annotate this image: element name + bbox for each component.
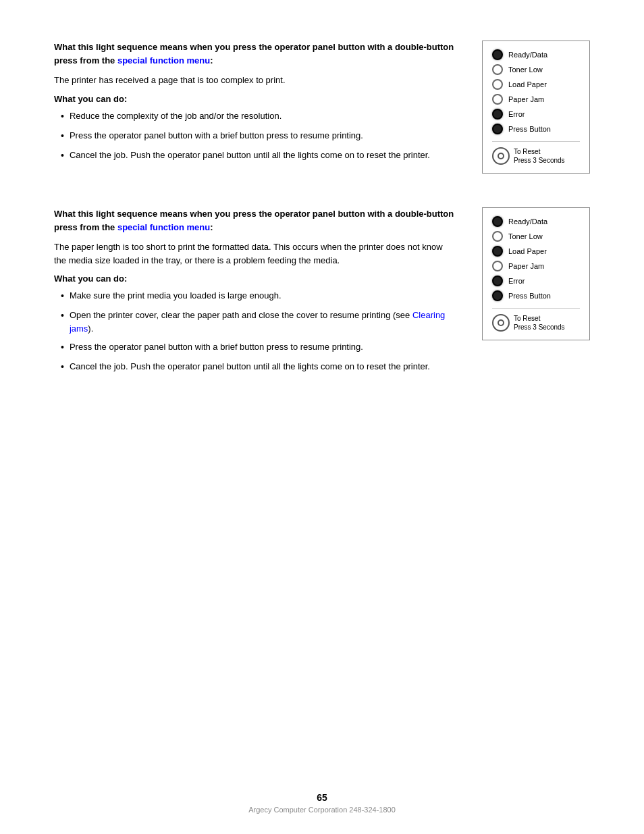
reset-circle-inner-2 [498, 319, 504, 326]
reset-circle-1 [492, 147, 510, 165]
ready-data-label-2: Ready/Data [508, 217, 547, 226]
indicator-row: Error [492, 276, 580, 286]
list-item: Cancel the job. Push the operator panel … [61, 360, 455, 374]
page-content: What this light sequence means when you … [0, 0, 644, 467]
list-item: Press the operator panel button with a b… [61, 129, 455, 143]
load-paper-label-1: Load Paper [508, 80, 547, 88]
load-paper-label-2: Load Paper [508, 247, 547, 255]
indicator-row: Press Button [492, 290, 580, 301]
section-2-body: The paper length is too short to print t… [54, 240, 455, 267]
reset-circle-2 [492, 314, 510, 332]
error-led-2 [492, 276, 503, 286]
paper-jam-label-1: Paper Jam [508, 95, 544, 103]
toner-low-label-2: Toner Low [508, 232, 543, 240]
reset-row-1: To Reset Press 3 Seconds [492, 141, 580, 165]
section-1-text: What this light sequence means when you … [54, 41, 455, 174]
error-label-1: Error [508, 110, 525, 118]
press-button-led-2 [492, 290, 503, 301]
section-1-panel: Ready/Data Toner Low Load Paper Paper Ja… [482, 41, 590, 174]
section-2-link[interactable]: special function menu [117, 222, 210, 232]
load-paper-led-2 [492, 246, 503, 257]
section-2-heading: What this light sequence means when you … [54, 207, 455, 234]
toner-low-led-2 [492, 231, 503, 242]
indicator-row: Toner Low [492, 231, 580, 242]
indicator-row: Ready/Data [492, 49, 580, 60]
ready-data-label-1: Ready/Data [508, 51, 547, 59]
list-item: Press the operator panel button with a b… [61, 340, 455, 355]
indicator-row: Ready/Data [492, 216, 580, 227]
paper-jam-label-2: Paper Jam [508, 262, 544, 270]
section-2-subheading: What you can do: [54, 273, 455, 284]
press-button-label-2: Press Button [508, 292, 551, 300]
reset-text-1: To Reset Press 3 Seconds [514, 147, 565, 165]
indicator-row: Paper Jam [492, 94, 580, 105]
ready-data-led-1 [492, 49, 503, 60]
indicator-panel-2: Ready/Data Toner Low Load Paper Paper Ja… [482, 207, 590, 340]
list-item: Open the printer cover, clear the paper … [61, 309, 455, 335]
page-number: 65 [317, 792, 327, 803]
indicator-panel-1: Ready/Data Toner Low Load Paper Paper Ja… [482, 41, 590, 174]
section-1-link[interactable]: special function menu [117, 55, 210, 66]
indicator-row: Press Button [492, 124, 580, 134]
section-2: What this light sequence means when you … [54, 207, 590, 380]
indicator-row: Load Paper [492, 246, 580, 257]
indicator-row: Toner Low [492, 64, 580, 75]
ready-data-led-2 [492, 216, 503, 227]
section-1-heading: What this light sequence means when you … [54, 41, 455, 67]
reset-text-2: To Reset Press 3 Seconds [514, 314, 565, 332]
section-1-subheading: What you can do: [54, 94, 455, 104]
reset-circle-inner-1 [498, 153, 504, 159]
load-paper-led-1 [492, 79, 503, 90]
list-item: Make sure the print media you loaded is … [61, 289, 455, 303]
footer-company: Argecy Computer Corporation 248-324-1800 [248, 806, 396, 814]
indicator-row: Error [492, 109, 580, 120]
section-1-body: The printer has received a page that is … [54, 74, 455, 87]
indicator-row: Paper Jam [492, 261, 580, 271]
toner-low-led-1 [492, 64, 503, 75]
reset-row-2: To Reset Press 3 Seconds [492, 308, 580, 332]
press-button-label-1: Press Button [508, 125, 551, 133]
toner-low-label-1: Toner Low [508, 66, 543, 74]
section-2-bullets: Make sure the print media you loaded is … [61, 289, 455, 374]
error-led-1 [492, 109, 503, 120]
error-label-2: Error [508, 277, 525, 285]
list-item: Cancel the job. Push the operator panel … [61, 149, 455, 163]
list-item: Reduce the complexity of the job and/or … [61, 109, 455, 124]
indicator-row: Load Paper [492, 79, 580, 90]
section-1: What this light sequence means when you … [54, 41, 590, 174]
section-2-panel: Ready/Data Toner Low Load Paper Paper Ja… [482, 207, 590, 380]
press-button-led-1 [492, 124, 503, 134]
page-footer: 65 Argecy Computer Corporation 248-324-1… [0, 792, 644, 814]
paper-jam-led-2 [492, 261, 503, 271]
section-2-text: What this light sequence means when you … [54, 207, 455, 380]
paper-jam-led-1 [492, 94, 503, 105]
section-1-bullets: Reduce the complexity of the job and/or … [61, 109, 455, 163]
